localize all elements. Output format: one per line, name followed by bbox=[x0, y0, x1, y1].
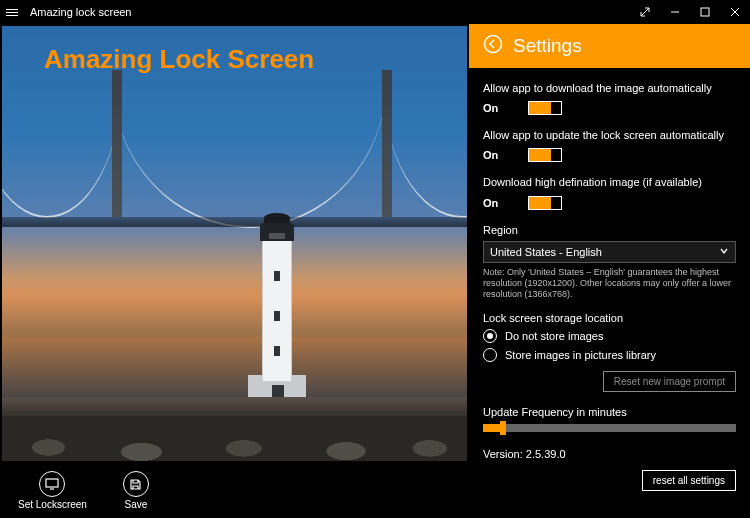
close-button[interactable] bbox=[720, 0, 750, 24]
allow-update-state: On bbox=[483, 149, 498, 161]
save-label: Save bbox=[125, 499, 148, 510]
allow-download-label: Allow app to download the image automati… bbox=[483, 82, 736, 95]
settings-title: Settings bbox=[513, 35, 582, 57]
set-lockscreen-button[interactable]: Set Lockscreen bbox=[18, 471, 87, 510]
version-text: Version: 2.5.39.0 bbox=[483, 448, 736, 460]
radio-icon bbox=[483, 348, 497, 362]
allow-download-state: On bbox=[483, 102, 498, 114]
bottom-toolbar: Set Lockscreen Save bbox=[0, 463, 469, 518]
high-def-toggle[interactable] bbox=[528, 196, 562, 210]
save-button[interactable]: Save bbox=[123, 471, 149, 510]
save-icon bbox=[123, 471, 149, 497]
svg-point-4 bbox=[485, 36, 502, 53]
minimize-button[interactable] bbox=[660, 0, 690, 24]
region-label: Region bbox=[483, 224, 736, 236]
storage-label: Lock screen storage location bbox=[483, 312, 736, 324]
set-lockscreen-label: Set Lockscreen bbox=[18, 499, 87, 510]
settings-panel: Settings Allow app to download the image… bbox=[469, 24, 750, 518]
back-icon[interactable] bbox=[483, 34, 503, 58]
allow-update-toggle[interactable] bbox=[528, 148, 562, 162]
chevron-down-icon bbox=[719, 246, 729, 258]
reset-prompt-button[interactable]: Reset new image prompt bbox=[603, 371, 736, 392]
settings-header: Settings bbox=[469, 24, 750, 68]
maximize-button[interactable] bbox=[690, 0, 720, 24]
high-def-label: Download high defination image (if avail… bbox=[483, 176, 736, 189]
frequency-slider[interactable] bbox=[483, 424, 736, 432]
high-def-state: On bbox=[483, 197, 498, 209]
hamburger-icon[interactable] bbox=[0, 9, 24, 16]
allow-update-label: Allow app to update the lock screen auto… bbox=[483, 129, 736, 142]
app-title: Amazing lock screen bbox=[24, 6, 132, 18]
preview-pane: Amazing Lock Screen Set Lockscreen Save bbox=[0, 24, 469, 518]
radio-icon bbox=[483, 329, 497, 343]
reset-all-button[interactable]: reset all settings bbox=[642, 470, 736, 491]
frequency-label: Update Frequency in minutes bbox=[483, 406, 736, 418]
storage-option-none-label: Do not store images bbox=[505, 330, 603, 342]
storage-option-library-label: Store images in pictures library bbox=[505, 349, 656, 361]
lockscreen-image: Amazing Lock Screen bbox=[2, 26, 467, 461]
region-selected: United States - English bbox=[490, 246, 602, 258]
overlay-title: Amazing Lock Screen bbox=[44, 44, 314, 75]
expand-icon[interactable] bbox=[630, 0, 660, 24]
svg-rect-1 bbox=[701, 8, 709, 16]
storage-option-library[interactable]: Store images in pictures library bbox=[483, 348, 736, 362]
allow-download-toggle[interactable] bbox=[528, 101, 562, 115]
svg-rect-2 bbox=[46, 479, 58, 487]
region-select[interactable]: United States - English bbox=[483, 241, 736, 263]
monitor-icon bbox=[39, 471, 65, 497]
storage-option-none[interactable]: Do not store images bbox=[483, 329, 736, 343]
region-note: Note: Only 'United States – English' gua… bbox=[483, 267, 736, 301]
titlebar: Amazing lock screen bbox=[0, 0, 750, 24]
